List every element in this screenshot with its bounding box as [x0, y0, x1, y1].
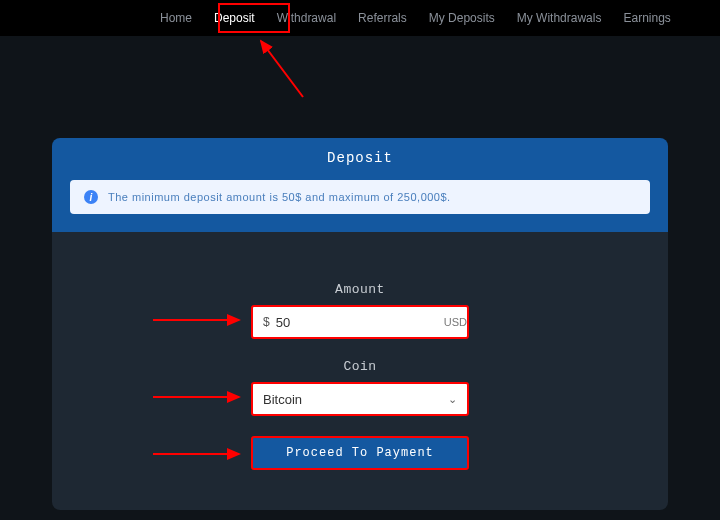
coin-select[interactable]: Bitcoin ⌄ — [251, 382, 469, 416]
info-text: The minimum deposit amount is 50$ and ma… — [108, 191, 451, 203]
nav-home[interactable]: Home — [160, 11, 192, 25]
nav-earnings[interactable]: Earnings — [623, 11, 670, 25]
nav-deposit[interactable]: Deposit — [214, 11, 255, 25]
annotation-arrow-nav — [255, 35, 315, 109]
nav-my-withdrawals[interactable]: My Withdrawals — [517, 11, 602, 25]
nav-my-deposits[interactable]: My Deposits — [429, 11, 495, 25]
info-icon: i — [84, 190, 98, 204]
deposit-card: Deposit i The minimum deposit amount is … — [52, 138, 668, 510]
chevron-down-icon: ⌄ — [448, 393, 457, 406]
amount-label: Amount — [251, 282, 469, 297]
amount-input[interactable] — [276, 315, 444, 330]
annotation-arrow-amount — [151, 312, 246, 328]
top-nav: Home Deposit Withdrawal Referrals My Dep… — [0, 0, 720, 36]
annotation-arrow-coin — [151, 389, 246, 405]
proceed-button[interactable]: Proceed To Payment — [251, 436, 469, 470]
coin-label: Coin — [251, 359, 469, 374]
button-wrap: Proceed To Payment — [251, 436, 469, 470]
currency-prefix: $ — [263, 315, 270, 329]
amount-group: Amount $ USD — [251, 282, 469, 339]
coin-value: Bitcoin — [263, 392, 302, 407]
svg-line-0 — [261, 41, 303, 97]
info-bar: i The minimum deposit amount is 50$ and … — [70, 180, 650, 214]
card-header: Deposit i The minimum deposit amount is … — [52, 138, 668, 232]
nav-withdrawal[interactable]: Withdrawal — [277, 11, 336, 25]
annotation-arrow-button — [151, 446, 246, 462]
currency-suffix: USD — [444, 316, 467, 328]
card-title: Deposit — [70, 150, 650, 166]
coin-group: Coin Bitcoin ⌄ — [251, 359, 469, 416]
nav-referrals[interactable]: Referrals — [358, 11, 407, 25]
amount-input-wrap[interactable]: $ USD — [251, 305, 469, 339]
card-body: Amount $ USD Coin Bitcoin ⌄ — [52, 232, 668, 510]
